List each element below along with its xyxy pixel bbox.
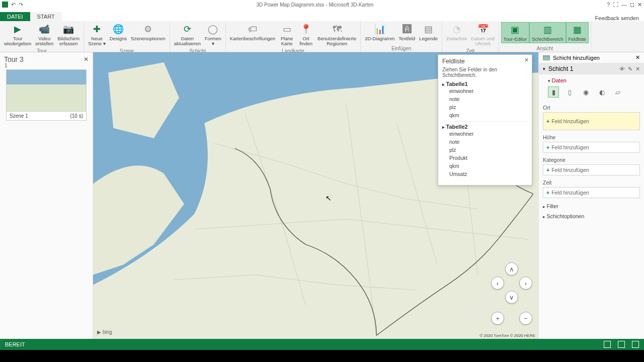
filter-section[interactable]: Filter [539, 201, 644, 211]
tilt-up-button[interactable]: ∧ [505, 262, 518, 276]
rotate-right-button[interactable]: › [519, 277, 532, 290]
statusbar-view3-icon[interactable] [632, 341, 639, 348]
field-note[interactable]: note [442, 95, 528, 103]
excel-icon [2, 2, 8, 8]
tab-start[interactable]: START [30, 12, 62, 21]
undo-icon[interactable]: ↶ [11, 2, 16, 8]
textbox-button[interactable]: 🅰Textfeld [396, 22, 417, 42]
ribbon-tabs: DATEI START Feedback senden [0, 9, 644, 21]
field-einwohner[interactable]: einwohner [442, 87, 528, 95]
statusbar-view2-icon[interactable] [618, 341, 625, 348]
add-layer-button[interactable]: Schicht hinzufügen ✕ [539, 52, 644, 63]
ribbon: ▶Tourwiedergeben 📹Videoerstellen 📷Bildsc… [0, 21, 644, 52]
find-location-button[interactable]: 📍Ortfinden [296, 22, 315, 48]
status-text: BEREIT [5, 341, 25, 347]
statusbar-view1-icon[interactable] [604, 341, 611, 348]
label-icon: 🏷 [247, 23, 259, 35]
map-canvas[interactable]: ↖ ▶ bing © 2020 TomTom © 2020 HERE ∧ ‹ ›… [93, 52, 538, 339]
chart-icon: 📊 [374, 23, 386, 35]
tour-play-button[interactable]: ▶Tourwiedergeben [2, 22, 33, 48]
new-scene-button[interactable]: ✚NeueSzene ▾ [86, 22, 108, 48]
refresh-data-button[interactable]: ⟳Datenaktualisieren [172, 22, 203, 48]
tilt-down-button[interactable]: ∨ [505, 291, 518, 304]
timeline-icon: ◔ [451, 23, 463, 35]
layer-edit-icon[interactable]: ✎ [628, 66, 632, 72]
zoom-out-button[interactable]: − [519, 312, 532, 325]
field-qkm[interactable]: qkm [442, 111, 528, 119]
tour-close-icon[interactable]: ✕ [84, 56, 89, 63]
rotate-left-button[interactable]: ‹ [491, 277, 504, 290]
layer-pane-button[interactable]: ▥Schichtbereich [529, 22, 566, 43]
field-plz[interactable]: plz [442, 146, 528, 154]
field-list-icon: ▦ [571, 24, 583, 36]
viz-heatmap-icon[interactable]: ◐ [596, 86, 607, 98]
layer-icon [543, 55, 550, 60]
close-icon[interactable]: ✕ [637, 2, 642, 8]
slot-kategorie-label: Kategorie [543, 157, 640, 163]
designs-button[interactable]: 🌐Designs [108, 22, 129, 42]
video-icon: 📹 [38, 23, 50, 35]
field-qkm[interactable]: qkm [442, 162, 528, 170]
field-note[interactable]: note [442, 138, 528, 146]
flat-map-button[interactable]: ▭PlaneKarte [277, 22, 296, 48]
bing-credit: ▶ bing [97, 329, 112, 335]
group-view-label: Ansicht [501, 45, 589, 52]
shapes-icon: ◯ [207, 23, 219, 35]
fullscreen-icon[interactable]: ⛶ [613, 2, 618, 8]
field-Umsatz[interactable]: Umsatz [442, 170, 528, 178]
slot-ort-dropzone[interactable]: +Feld hinzufügen [543, 112, 640, 130]
tour-editor-button[interactable]: ▣Tour-Editor [501, 22, 529, 43]
main-area: Tour 3 ✕ 1 Szene 1 (10 s) [0, 52, 644, 339]
field-einwohner[interactable]: einwohner [442, 130, 528, 138]
field-plz[interactable]: plz [442, 103, 528, 111]
viz-clustered-column-icon[interactable]: ▯ [564, 86, 575, 98]
zoom-in-button[interactable]: + [491, 312, 504, 325]
slot-kategorie-dropzone[interactable]: +Feld hinzufügen [543, 164, 640, 175]
black-strip [0, 350, 644, 362]
chart2d-button[interactable]: 📊2D-Diagramm [363, 22, 396, 42]
scene-thumbnail[interactable]: 1 Szene 1 (10 s) [6, 69, 87, 121]
help-icon[interactable]: ? [607, 2, 610, 8]
designs-icon: 🌐 [112, 23, 124, 35]
new-scene-icon: ✚ [91, 23, 103, 35]
title-bar: ↶ ↷ 3D Power Map Diagramm.xlsx - Microso… [0, 0, 644, 9]
map-nav-controls: ∧ ‹ › ∨ + − [491, 262, 532, 325]
calendar-icon: 📅 [477, 23, 489, 35]
screenshot-button[interactable]: 📷Bildschirmerfassen [55, 22, 82, 48]
custom-regions-button[interactable]: 🗺BenutzerdefinierteRegionen [315, 22, 358, 48]
viz-region-icon[interactable]: ▱ [612, 86, 623, 98]
layer-visibility-icon[interactable]: 👁 [619, 66, 625, 72]
slot-hoehe-dropzone[interactable]: +Feld hinzufügen [543, 142, 640, 153]
play-icon: ▶ [12, 23, 24, 35]
scene-duration: (10 s) [70, 113, 83, 119]
feedback-link[interactable]: Feedback senden [595, 15, 639, 21]
tab-file[interactable]: DATEI [0, 12, 30, 21]
field-list-button[interactable]: ▦Feldliste [566, 22, 589, 43]
layer-panel-close-icon[interactable]: ✕ [635, 54, 640, 61]
field-Produkt[interactable]: Produkt [442, 154, 528, 162]
field-table-Tabelle1[interactable]: Tabelle1 [442, 81, 528, 87]
gear-icon: ⚙ [142, 23, 154, 35]
slot-zeit-dropzone[interactable]: +Feld hinzufügen [543, 187, 640, 198]
viz-stacked-column-icon[interactable]: ▮ [548, 86, 559, 98]
pin-icon: 📍 [300, 23, 312, 35]
data-section-header[interactable]: Daten [543, 76, 640, 85]
layer-delete-icon[interactable]: ✕ [635, 66, 640, 72]
scene-options-button[interactable]: ⚙Szenenoptionen [129, 22, 168, 42]
timeline-button: ◔Zeitachse [444, 22, 469, 42]
layer-name: Schicht 1 [548, 65, 573, 72]
maximize-icon[interactable]: ◻ [630, 2, 634, 8]
redo-icon[interactable]: ↷ [19, 2, 23, 8]
legend-button[interactable]: ▤Legende [417, 22, 440, 42]
map-labels-button[interactable]: 🏷Kartenbeschriftungen [228, 22, 277, 42]
shapes-button[interactable]: ◯Formen▾ [203, 22, 223, 48]
visualization-row: ▮ ▯ ◉ ◐ ▱ [543, 85, 640, 102]
field-table-Tabelle2[interactable]: Tabelle2 [442, 124, 528, 130]
slot-ort-label: Ort [543, 105, 640, 111]
video-button[interactable]: 📹Videoerstellen [33, 22, 55, 48]
layer-header[interactable]: ▾ Schicht 1 👁 ✎ ✕ [539, 63, 644, 74]
layer-options-section[interactable]: Schichtoptionen [539, 211, 644, 221]
viz-bubble-icon[interactable]: ◉ [580, 86, 591, 98]
field-list-close-icon[interactable]: ✕ [524, 57, 529, 63]
minimize-icon[interactable]: — [621, 2, 627, 8]
